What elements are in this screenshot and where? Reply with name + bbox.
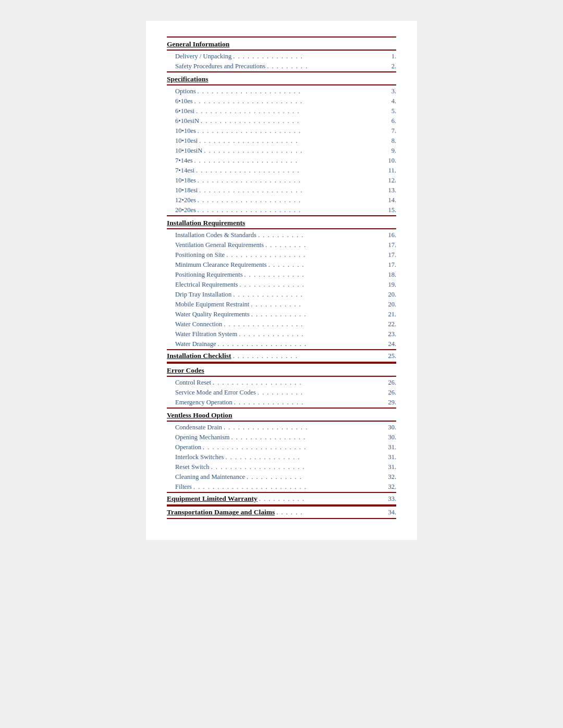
dots-page-group: . . . . . . . . . . . . . .23.: [239, 330, 396, 339]
entry-label: Water Connection: [175, 320, 222, 328]
section-header: Installation Requirements: [167, 215, 396, 229]
dot-leaders: . . . . . . . . . . . . . . .: [233, 291, 387, 299]
entry-label: Delivery / Unpacking: [175, 53, 231, 60]
toc-entry: Water Connection . . . . . . . . . . . .…: [167, 319, 396, 329]
toc-entry: Installation Codes & Standards . . . . .…: [167, 230, 396, 240]
dot-leaders: . . . . . . . . . . . . . . . . . . . . …: [199, 187, 387, 195]
entry-label: Service Mode and Error Codes: [175, 389, 256, 397]
dot-leaders: . . . . . . . . . . . . . .: [232, 352, 387, 361]
section-header: Specifications: [167, 71, 396, 85]
entry-label: Interlock Switches: [175, 453, 224, 461]
toc-entry: Ventilation General Requirements . . . .…: [167, 240, 396, 250]
dot-leaders: . . . . . . . .: [268, 261, 387, 269]
dots-page-group: . . . . . . . . . . . . . . . .30.: [231, 434, 397, 442]
section-title: Ventless Hood Option: [167, 411, 232, 419]
toc-entry: Delivery / Unpacking. . . . . . . . . . …: [167, 52, 396, 61]
page-number: 25.: [388, 352, 396, 360]
toc-entry: Water Filtration System . . . . . . . . …: [167, 329, 396, 339]
dot-leaders: . . . . . . . . . . . . . . . . . . . . …: [198, 127, 390, 135]
dots-page-group: . . . . . . . . . . .20.: [251, 301, 396, 309]
dots-page-group: . . . . . . . . .2.: [267, 63, 396, 71]
dot-leaders: . . . . . . . . . . . . . . . .: [231, 434, 387, 442]
entry-label: Cleaning and Maintenance: [175, 473, 245, 481]
entry-label: 6•10esi: [175, 107, 194, 115]
dot-leaders: . . . . . . . . . . . . . . .: [234, 399, 387, 407]
page-number: 17.: [388, 261, 396, 269]
entry-label: Positioning on Site: [175, 251, 225, 259]
dots-page-group: . . . . . . . . . . . . . . . . . . . . …: [204, 147, 396, 155]
dots-page-group: . . . . . . . . . . . .21.: [251, 311, 396, 319]
dots-page-group: . . . . . . . . . . . . . . .20.: [233, 291, 396, 299]
page-number: 29.: [388, 399, 396, 406]
section-title: General Information: [167, 40, 229, 48]
page-number: 26.: [388, 389, 396, 397]
page-number: 30.: [388, 424, 396, 431]
dot-leaders: . . . . . . . . . . . . . . . . . . . . …: [198, 177, 387, 185]
toc-entry: 12•20es. . . . . . . . . . . . . . . . .…: [167, 195, 396, 205]
toc-entry: 10•18esi. . . . . . . . . . . . . . . . …: [167, 186, 396, 195]
dot-leaders: . . . . . . . . . . . . . . . . . . . . …: [204, 147, 390, 155]
page-number: 31.: [388, 463, 396, 471]
dot-leaders: . . . . . . . . . . . . . . . . . . .: [213, 379, 387, 387]
toc-entry: Mobile Equipment Restraint . . . . . . .…: [167, 300, 396, 310]
toc-entry: 10•10es. . . . . . . . . . . . . . . . .…: [167, 126, 396, 136]
page-number: 14.: [388, 196, 396, 204]
toc-entry: Minimum Clearance Requirements . . . . .…: [167, 260, 396, 270]
dots-page-group: . . . . . . . . . . . . . . . . . . . . …: [194, 157, 396, 165]
page-number: 23.: [388, 330, 396, 338]
dots-page-group: . . . . . . . . . .16.: [258, 231, 396, 240]
toc-entry: Options. . . . . . . . . . . . . . . . .…: [167, 87, 396, 96]
toc-entry: 10•18es. . . . . . . . . . . . . . . . .…: [167, 176, 396, 186]
table-of-contents: General InformationDelivery / Unpacking.…: [167, 36, 396, 519]
toc-entry: Positioning Requirements . . . . . . . .…: [167, 270, 396, 280]
entry-label: Emergency Operation: [175, 399, 232, 406]
dot-leaders: . . . . . . . . . . . . . . . . . . . . …: [194, 97, 390, 106]
dot-leaders: . . . . . . . . . . . . .: [244, 271, 387, 279]
entry-label: Equipment Limited Warranty: [167, 495, 258, 503]
dot-leaders: . . . . . . . . . . . . . . . . . . . . …: [196, 107, 390, 116]
entry-label: 7•14es: [175, 157, 193, 165]
dot-leaders: . . . . . . . . . .: [258, 231, 387, 240]
dot-leaders: . . . . . . . . . .: [259, 495, 387, 503]
entry-label: 6•10esiN: [175, 117, 199, 125]
toc-entry: 20•20es. . . . . . . . . . . . . . . . .…: [167, 205, 396, 215]
toc-entry: 10•10esiN. . . . . . . . . . . . . . . .…: [167, 146, 396, 156]
page-number: 33.: [388, 495, 396, 503]
dots-page-group: . . . . . . . . . . . . . . . . .17.: [226, 251, 396, 260]
toc-entry: 7•14esi. . . . . . . . . . . . . . . . .…: [167, 166, 396, 176]
page-number: 20.: [388, 301, 396, 309]
dot-leaders: . . . . . . . . . . . . . . . . . . . . …: [198, 206, 387, 215]
toc-entry: Filters. . . . . . . . . . . . . . . . .…: [167, 482, 396, 492]
toc-entry: Emergency Operation . . . . . . . . . . …: [167, 398, 396, 408]
page-number: 16.: [388, 231, 396, 239]
toc-entry: Water Quality Requirements . . . . . . .…: [167, 310, 396, 319]
page-number: 26.: [388, 379, 396, 387]
dot-leaders: . . . . . . . . . .: [258, 389, 387, 397]
dots-page-group: . . . . . . . . . . . . . . . . . . . . …: [201, 117, 396, 126]
section-header: Ventless Hood Option: [167, 408, 396, 422]
single-line-toc-entry: Installation Checklist . . . . . . . . .…: [167, 349, 396, 363]
page-number: 12.: [388, 177, 396, 184]
section-title: Error Codes: [167, 366, 204, 374]
entry-label: 10•18esi: [175, 187, 198, 194]
page-number: 3.: [391, 88, 396, 95]
entry-label: 12•20es: [175, 196, 196, 204]
page-number: 15.: [388, 206, 396, 214]
dots-page-group: . . . . . . . . . . . . . . . . . . . . …: [199, 187, 396, 195]
dots-page-group: . . . . . . . . .17.: [265, 241, 396, 250]
page-number: 22.: [388, 320, 396, 328]
entry-label: Water Filtration System: [175, 330, 237, 338]
single-line-toc-entry: Equipment Limited Warranty . . . . . . .…: [167, 492, 396, 505]
toc-entry: Control Reset . . . . . . . . . . . . . …: [167, 378, 396, 388]
dot-leaders: . . . . . . . . . . . .: [247, 473, 387, 482]
dots-page-group: . . . . . . . . . . . . . . . . . . . . …: [199, 137, 396, 145]
dots-page-group: . . . . . . . . . . . . . . . . . . . . …: [198, 206, 396, 215]
entry-label: 10•18es: [175, 177, 196, 184]
dot-leaders: . . . . . . . . . . . . . . . . . . . . …: [196, 167, 387, 175]
dots-page-group: . . . . . . . .17.: [268, 261, 396, 269]
toc-entry: Interlock Switches . . . . . . . . . . .…: [167, 452, 396, 462]
entry-label: Reset Switch: [175, 463, 210, 471]
entry-label: 7•14esi: [175, 167, 194, 175]
entry-label: Drip Tray Installation: [175, 291, 231, 299]
page-number: 31.: [388, 443, 396, 451]
